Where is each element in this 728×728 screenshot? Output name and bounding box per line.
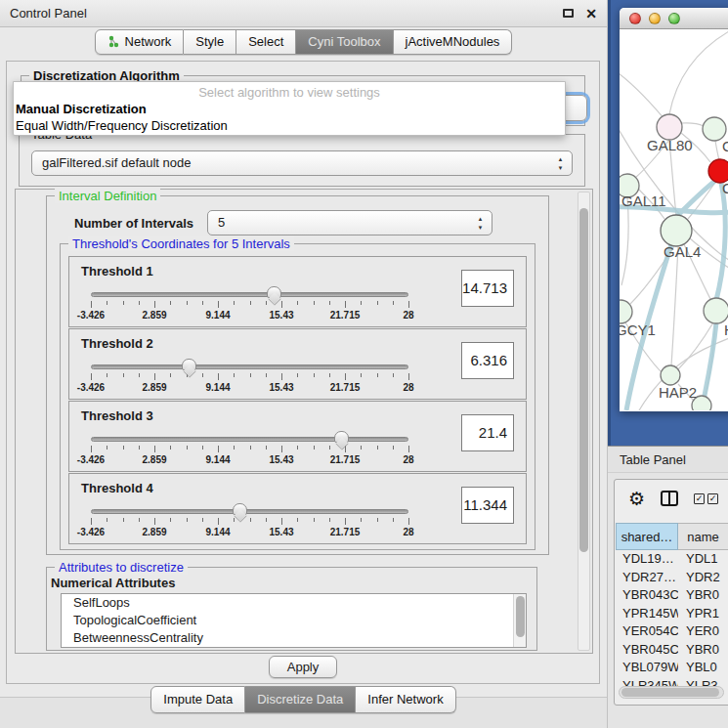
cyni-toolbox-content: Discretization Algorithm Select algorith… — [6, 61, 600, 684]
table-row[interactable]: YDR27…YDR2 — [616, 569, 728, 587]
slider-track[interactable] — [91, 509, 408, 514]
threshold-3-box: Threshold 3 -3.4262.8599.14415.4321.7152… — [68, 401, 527, 472]
tick-mark — [123, 373, 124, 377]
tick-label: 28 — [403, 310, 413, 321]
node-hap2[interactable] — [661, 365, 680, 385]
list-scrollbar[interactable] — [513, 594, 526, 647]
tick-label: 28 — [403, 382, 413, 393]
float-window-icon[interactable] — [563, 9, 574, 18]
node-label: C — [722, 180, 728, 196]
table-toolbar: ⚙ ✓ ✓ — [615, 480, 728, 517]
table-row[interactable]: YPR145WYPR1 — [616, 605, 728, 623]
control-panel: Control Panel ✕ Network Style Select Cyn… — [0, 0, 608, 728]
tick-mark — [123, 518, 124, 522]
threshold-1-value[interactable]: 14.713 — [461, 270, 514, 307]
tab-select[interactable]: Select — [236, 29, 296, 55]
cell: YBR0 — [678, 586, 728, 605]
tab-cyni-toolbox-label: Cyni Toolbox — [308, 34, 380, 49]
threshold-2-box: Threshold 2 -3.4262.8599.14415.4321.7152… — [68, 328, 527, 400]
node-label: GAL80 — [647, 137, 693, 153]
tick-mark — [393, 301, 394, 305]
tick-mark — [154, 518, 155, 525]
minimize-traffic-light[interactable] — [649, 13, 661, 24]
network-canvas[interactable]: GAL80 GA C GAL11 GAL4 GCY1 H HAP2 — [620, 29, 728, 410]
slider-track[interactable] — [91, 292, 408, 297]
select-columns-icon[interactable]: ✓ ✓ — [694, 493, 718, 504]
node-label: GAL4 — [664, 243, 701, 260]
apply-button[interactable]: Apply — [269, 656, 337, 678]
scrollbar-thumb[interactable] — [579, 208, 588, 552]
close-icon[interactable]: ✕ — [585, 7, 597, 21]
list-item[interactable]: BetweennessCentrality — [62, 629, 526, 647]
column-header-shared-name[interactable]: shared… — [616, 523, 678, 550]
tick-label: 21.715 — [330, 382, 361, 393]
tab-style[interactable]: Style — [184, 29, 236, 55]
slider-thumb[interactable] — [334, 431, 349, 443]
slider-thumb[interactable] — [267, 286, 281, 298]
tab-impute-data-label: Impute Data — [163, 692, 233, 707]
tick-mark — [314, 518, 315, 522]
slider-thumb[interactable] — [182, 359, 196, 370]
tab-infer-network[interactable]: Infer Network — [356, 686, 455, 713]
node-partial-right[interactable] — [704, 298, 728, 323]
spin-up-icon: ▲ — [476, 214, 485, 223]
thresholds-group-label: Threshold's Coordinates for 5 Intervals — [68, 236, 294, 251]
table-data-group: Table Data galFiltered.sif default node … — [19, 134, 585, 187]
threshold-3-slider: -3.4262.8599.14415.4321.71528 — [91, 437, 408, 442]
tab-network[interactable]: Network — [95, 29, 185, 55]
tick-mark — [170, 518, 171, 522]
tick-mark — [361, 518, 362, 522]
threshold-2-value[interactable]: 6.316 — [461, 342, 514, 379]
tick-mark — [202, 301, 203, 305]
slider-thumb[interactable] — [233, 503, 247, 515]
threshold-3-label: Threshold 3 — [81, 408, 153, 423]
tab-impute-data[interactable]: Impute Data — [150, 686, 245, 713]
tick-mark — [345, 518, 346, 525]
gear-icon[interactable]: ⚙ — [628, 490, 645, 508]
slider-track[interactable] — [91, 364, 408, 369]
node-label: GAL11 — [621, 193, 666, 209]
table-horizontal-scrollbar[interactable] — [619, 686, 724, 699]
table-row[interactable]: YER054CYER0 — [616, 622, 728, 641]
table-row[interactable]: YDL19…YDL1 — [616, 550, 728, 569]
tick-mark — [218, 373, 219, 380]
slider-track[interactable] — [91, 437, 408, 442]
split-columns-icon[interactable] — [661, 491, 678, 506]
table-row[interactable]: YBL079WYBL0 — [616, 659, 728, 677]
tick-mark — [329, 446, 330, 450]
scrollbar-thumb[interactable] — [516, 596, 525, 637]
node-gal4[interactable] — [661, 215, 692, 246]
scrollbar-thumb[interactable] — [621, 688, 719, 697]
tick-mark — [154, 446, 155, 452]
tick-mark — [234, 518, 235, 522]
thresholds-stack: Threshold 1 -3.4262.8599.14415.4321.7152… — [68, 256, 527, 545]
network-view-window: GAL80 GA C GAL11 GAL4 GCY1 H HAP2 — [620, 8, 728, 411]
number-of-intervals-combo[interactable]: 5 ▲ ▼ — [207, 210, 492, 236]
tick-mark — [218, 446, 219, 452]
list-item[interactable]: SelfLoops — [62, 594, 526, 612]
tick-label: 21.715 — [330, 310, 361, 321]
threshold-3-value[interactable]: 21.4 — [461, 414, 514, 451]
tick-mark — [377, 373, 378, 377]
list-item[interactable]: TopologicalCoefficient — [62, 612, 526, 629]
tab-jactivemnodules[interactable]: jActiveMNodules — [394, 29, 513, 55]
settings-scrollbar[interactable] — [578, 192, 590, 651]
tab-discretize-data[interactable]: Discretize Data — [245, 686, 356, 713]
close-traffic-light[interactable] — [629, 13, 641, 24]
zoom-traffic-light[interactable] — [668, 13, 680, 24]
table-data-combo[interactable]: galFiltered.sif default node ▲ ▼ — [31, 150, 573, 176]
tab-cyni-toolbox[interactable]: Cyni Toolbox — [296, 29, 393, 55]
column-header-name[interactable]: name — [678, 523, 728, 550]
tick-mark — [250, 301, 251, 305]
tick-mark — [154, 301, 155, 308]
threshold-4-value[interactable]: 11.344 — [461, 487, 514, 524]
discretize-settings-panel: Interval Definition Number of Intervals … — [15, 189, 593, 654]
table-data-combo-value: galFiltered.sif default node — [42, 155, 191, 170]
option-manual-discretization[interactable]: Manual Discretization — [14, 102, 565, 118]
table-row[interactable]: YBR045CYBR0 — [616, 641, 728, 660]
table-row[interactable]: YBR043CYBR0 — [616, 586, 728, 605]
option-equal-width-frequency[interactable]: Equal Width/Frequency Discretization — [14, 118, 565, 135]
cell: YBR0 — [678, 641, 728, 660]
tick-label: 21.715 — [330, 454, 361, 465]
attributes-group-label: Attributes to discretize — [55, 560, 188, 575]
